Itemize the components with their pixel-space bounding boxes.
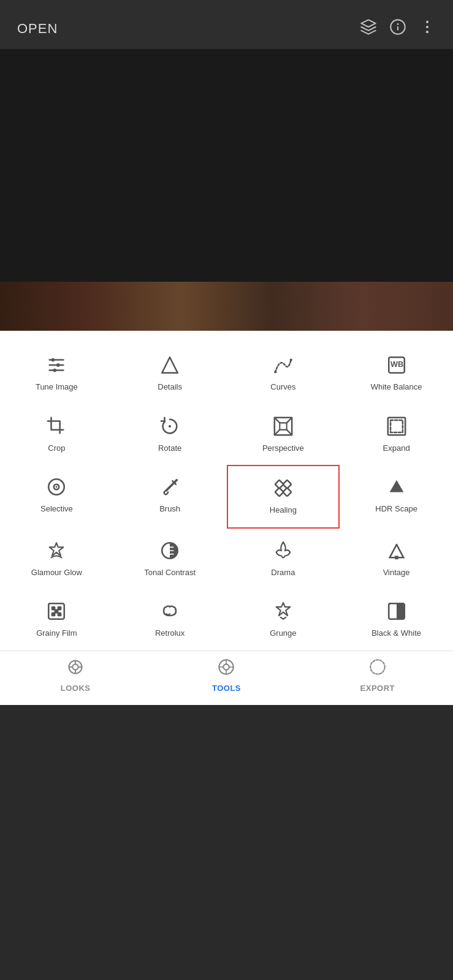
info-icon[interactable] (389, 18, 406, 39)
svg-point-17 (169, 424, 171, 427)
hdr-label: HDR Scape (375, 504, 417, 514)
top-bar: OPEN (0, 0, 453, 49)
bw-icon (386, 599, 407, 624)
svg-point-4 (426, 26, 428, 28)
grainy-label: Grainy Film (36, 628, 77, 638)
tool-healing[interactable]: Healing (227, 465, 340, 529)
export-nav-icon (369, 658, 386, 680)
tool-crop[interactable]: Crop (0, 404, 113, 466)
glamour-label: Glamour Glow (31, 568, 82, 578)
perspective-label: Perspective (262, 443, 304, 453)
selective-icon (46, 475, 67, 499)
tool-details[interactable]: Details (113, 343, 227, 404)
tool-rotate[interactable]: Rotate (113, 404, 227, 466)
tool-brush[interactable]: Brush (113, 465, 227, 529)
grunge-label: Grunge (270, 628, 296, 638)
svg-rect-48 (55, 610, 58, 612)
crop-label: Crop (48, 443, 65, 453)
svg-point-28 (56, 486, 58, 488)
healing-icon (273, 476, 294, 500)
details-icon (159, 353, 180, 377)
tune-icon (46, 353, 67, 377)
tool-grainy-film[interactable]: Grainy Film (0, 589, 113, 650)
selective-label: Selective (40, 504, 73, 514)
tool-retrolux[interactable]: Retrolux (113, 589, 227, 650)
tool-white-balance[interactable]: WB White Balance (340, 343, 453, 404)
svg-point-14 (290, 358, 292, 361)
curves-icon (273, 353, 294, 377)
svg-point-3 (426, 21, 428, 23)
tool-tune-image[interactable]: Tune Image (0, 343, 113, 404)
svg-line-20 (287, 417, 292, 423)
rotate-label: Rotate (158, 443, 181, 453)
curves-label: Curves (270, 382, 295, 392)
tool-glamour-glow[interactable]: Glamour Glow (0, 529, 113, 590)
svg-line-21 (275, 429, 280, 435)
svg-point-5 (426, 31, 428, 33)
tool-expand[interactable]: Expand (340, 404, 453, 466)
brush-label: Brush (159, 504, 180, 514)
tool-curves[interactable]: Curves (227, 343, 340, 404)
bottom-nav: LOOKS TOOLS EXPORT (0, 650, 453, 705)
tonal-label: Tonal Contrast (144, 568, 196, 578)
grainy-icon (46, 599, 67, 624)
hdr-icon (386, 475, 407, 499)
tune-image-label: Tune Image (36, 382, 78, 392)
tool-selective[interactable]: Selective (0, 465, 113, 529)
tools-panel: Tune Image Details Curves (0, 331, 453, 705)
tool-drama[interactable]: Drama (227, 529, 340, 590)
looks-label: LOOKS (61, 684, 91, 693)
header-icons (360, 18, 436, 39)
grunge-icon (273, 599, 294, 624)
svg-marker-12 (162, 357, 178, 373)
svg-point-58 (224, 664, 229, 669)
tool-black-white[interactable]: Black & White (340, 589, 453, 650)
wb-icon: WB (386, 353, 407, 377)
svg-rect-46 (52, 613, 55, 616)
expand-icon (386, 414, 407, 439)
tool-vintage[interactable]: Vintage (340, 529, 453, 590)
retrolux-icon (159, 599, 180, 624)
more-icon[interactable] (419, 18, 436, 39)
svg-point-11 (53, 369, 57, 372)
svg-rect-24 (390, 420, 403, 432)
tool-grunge[interactable]: Grunge (227, 589, 340, 650)
looks-nav-icon (67, 658, 84, 680)
svg-rect-32 (275, 488, 283, 497)
export-label: EXPORT (360, 684, 395, 693)
nav-looks[interactable]: LOOKS (0, 658, 151, 693)
tools-nav-icon (218, 658, 235, 680)
glamour-icon (46, 538, 67, 563)
tool-perspective[interactable]: Perspective (227, 404, 340, 466)
svg-rect-45 (58, 607, 61, 609)
svg-rect-33 (283, 488, 291, 497)
svg-line-19 (275, 417, 280, 423)
tool-tonal-contrast[interactable]: Tonal Contrast (113, 529, 227, 590)
svg-rect-44 (52, 607, 55, 609)
vintage-icon (386, 538, 407, 563)
svg-point-59 (370, 660, 384, 674)
retrolux-label: Retrolux (155, 628, 185, 638)
tools-grid: Tune Image Details Curves (0, 343, 453, 650)
nav-tools[interactable]: TOOLS (151, 658, 302, 693)
svg-text:WB: WB (390, 360, 403, 369)
image-strip (0, 282, 453, 331)
open-button[interactable]: OPEN (17, 21, 58, 37)
svg-point-52 (72, 664, 78, 669)
bw-label: Black & White (371, 628, 421, 638)
drama-icon (273, 538, 294, 563)
rotate-icon (159, 414, 180, 439)
svg-point-10 (56, 363, 60, 367)
tonal-icon (159, 538, 180, 563)
layers-icon[interactable] (360, 18, 377, 39)
tool-hdr-scape[interactable]: HDR Scape (340, 465, 453, 529)
tools-label: TOOLS (212, 684, 241, 693)
brush-icon (159, 475, 180, 499)
nav-export[interactable]: EXPORT (302, 658, 453, 693)
svg-rect-23 (280, 423, 286, 429)
svg-point-57 (219, 660, 234, 674)
svg-line-22 (287, 429, 292, 435)
drama-label: Drama (271, 568, 295, 578)
svg-line-40 (397, 545, 403, 557)
svg-point-13 (274, 371, 276, 373)
